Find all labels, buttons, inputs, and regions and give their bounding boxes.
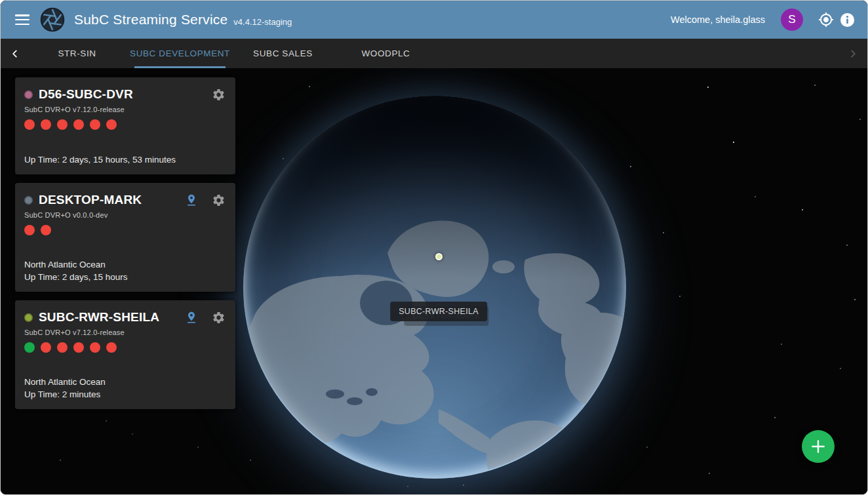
page-title: SubC Streaming Service	[74, 12, 227, 28]
indicator-dot-red	[106, 342, 117, 353]
device-status-dot	[24, 196, 33, 205]
globe-device-label: SUBC-RWR-SHEILA	[390, 302, 487, 321]
channel-indicator-dots	[24, 225, 226, 235]
app-window: SubC Streaming Service v4.4.12-staging W…	[0, 0, 868, 495]
device-status-dot	[24, 90, 33, 99]
earth-globe[interactable]	[243, 96, 626, 479]
device-name: DESKTOP-MARK	[39, 193, 142, 207]
device-uptime-text: Up Time: 2 days, 15 hours	[24, 271, 226, 283]
device-status-dot	[24, 313, 33, 322]
company-tab-bar: STR-SIN SUBC DEVELOPMENT SUBC SALES WOOD…	[1, 39, 867, 68]
device-list: D56-SUBC-DVR SubC DVR+O v7.12.0-release …	[15, 77, 235, 409]
device-location-text: North Atlantic Ocean	[24, 258, 226, 271]
welcome-text: Welcome, sheila.glass	[671, 14, 765, 25]
device-card-d56-subc-dvr[interactable]: D56-SUBC-DVR SubC DVR+O v7.12.0-release …	[15, 77, 235, 174]
device-settings-gear-icon[interactable]	[210, 87, 226, 102]
app-header: SubC Streaming Service v4.4.12-staging W…	[1, 1, 867, 39]
device-location-pin-icon[interactable]	[184, 192, 199, 208]
indicator-dot-red	[24, 225, 35, 235]
tab-str-sin[interactable]: STR-SIN	[26, 39, 128, 68]
device-uptime-text: Up Time: 2 minutes	[24, 388, 226, 401]
map-area[interactable]: DESKTOP-MARK SUBC-RWR-SHEILA D56-SUBC-DV…	[1, 68, 867, 494]
indicator-dot-red	[41, 225, 51, 235]
indicator-dot-red	[106, 119, 117, 130]
indicator-dot-red	[57, 342, 68, 353]
starfield	[1, 68, 2, 69]
map-marker-dot[interactable]	[435, 253, 443, 260]
tab-subc-sales[interactable]: SUBC SALES	[231, 39, 334, 68]
app-version: v4.4.12-staging	[233, 13, 292, 27]
device-settings-gear-icon[interactable]	[210, 309, 226, 325]
device-card-desktop-mark[interactable]: DESKTOP-MARK SubC DVR+O v0.0.0-dev North…	[15, 183, 235, 292]
globe-terminator-shade	[243, 96, 626, 479]
my-location-icon[interactable]	[818, 11, 835, 28]
hamburger-menu-icon[interactable]	[15, 14, 30, 25]
indicator-dot-red	[73, 342, 84, 353]
info-icon[interactable]	[838, 11, 856, 28]
user-avatar[interactable]: S	[781, 9, 803, 31]
device-location-pin-icon[interactable]	[184, 309, 199, 325]
indicator-dot-red	[73, 119, 84, 130]
add-device-button[interactable]	[802, 430, 835, 463]
channel-indicator-dots	[24, 119, 226, 130]
tabs-container: STR-SIN SUBC DEVELOPMENT SUBC SALES WOOD…	[26, 39, 437, 68]
tabs-scroll-right-icon[interactable]	[838, 39, 867, 68]
indicator-dot-red	[41, 119, 51, 130]
device-settings-gear-icon[interactable]	[210, 192, 226, 208]
channel-indicator-dots	[24, 342, 226, 353]
indicator-dot-red	[41, 342, 51, 353]
device-location-text: North Atlantic Ocean	[24, 376, 226, 388]
subc-aperture-logo-icon	[40, 7, 65, 32]
device-name: SUBC-RWR-SHEILA	[39, 310, 159, 325]
device-firmware-version: SubC DVR+O v7.12.0-release	[24, 328, 226, 336]
device-firmware-version: SubC DVR+O v0.0.0-dev	[24, 211, 226, 219]
indicator-dot-red	[90, 119, 100, 130]
tab-woodplc[interactable]: WOODPLC	[334, 39, 437, 68]
indicator-dot-green	[24, 342, 35, 353]
indicator-dot-red	[57, 119, 68, 130]
indicator-dot-red	[90, 342, 100, 353]
device-uptime-text: Up Time: 2 days, 15 hours, 53 minutes	[24, 153, 226, 166]
device-name: D56-SUBC-DVR	[39, 87, 133, 102]
device-card-subc-rwr-sheila[interactable]: SUBC-RWR-SHEILA SubC DVR+O v7.12.0-relea…	[15, 300, 235, 409]
device-firmware-version: SubC DVR+O v7.12.0-release	[24, 106, 226, 113]
tab-subc-development[interactable]: SUBC DEVELOPMENT	[128, 39, 231, 68]
indicator-dot-red	[24, 119, 35, 130]
